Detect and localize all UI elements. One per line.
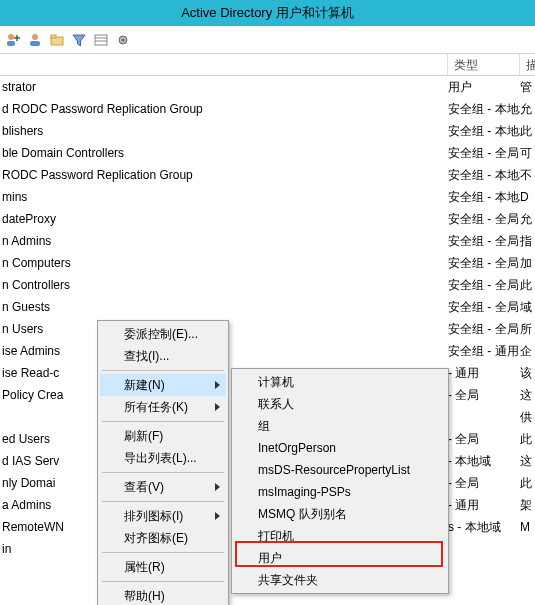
menu-item[interactable]: 新建(N) [100,374,226,396]
menu-item-label: 查看(V) [124,479,164,496]
cell-name: blishers [0,120,448,142]
svg-rect-3 [30,41,40,46]
menu-item[interactable]: 所有任务(K) [100,396,226,418]
cell-desc: 所 [520,318,535,340]
cell-desc: 管 [520,76,535,98]
table-row[interactable]: mins安全组 - 本地域D [0,186,535,208]
table-row[interactable]: dateProxy安全组 - 全局允 [0,208,535,230]
cell-type: - 全局 [448,472,520,494]
cell-type: 安全组 - 本地域 [448,120,520,142]
menu-item[interactable]: 委派控制(E)... [100,323,226,345]
table-row[interactable]: strator用户管 [0,76,535,98]
cell-desc: 该 [520,362,535,384]
toolbar-gear-icon[interactable] [114,31,132,49]
table-row[interactable]: blishers安全组 - 本地域此 [0,120,535,142]
menu-item[interactable]: 查看(V) [100,476,226,498]
menu-item[interactable]: 帮助(H) [100,585,226,605]
cell-desc: 此 [520,472,535,494]
submenu-item[interactable]: msDS-ResourcePropertyList [234,459,446,481]
cell-type [448,406,520,428]
submenu-item[interactable]: InetOrgPerson [234,437,446,459]
submenu-item[interactable]: 组 [234,415,446,437]
cell-desc: 企 [520,340,535,362]
submenu-item[interactable]: 计算机 [234,371,446,393]
menu-item[interactable]: 查找(I)... [100,345,226,367]
submenu-item[interactable]: 共享文件夹 [234,569,446,591]
list-header: 类型 描 [0,54,535,76]
cell-type: 安全组 - 全局 [448,252,520,274]
toolbar-funnel-icon[interactable] [70,31,88,49]
cell-name: ble Domain Controllers [0,142,448,164]
cell-type [448,538,520,560]
cell-name: RODC Password Replication Group [0,164,448,186]
cell-desc: M [520,516,535,538]
table-row[interactable]: ise Admins安全组 - 通用企 [0,340,535,362]
submenu-item-label: InetOrgPerson [258,441,336,455]
cell-type: 安全组 - 本地域 [448,186,520,208]
table-row[interactable]: ble Domain Controllers安全组 - 全局可 [0,142,535,164]
toolbar-list-icon[interactable] [92,31,110,49]
menu-item[interactable]: 对齐图标(E) [100,527,226,549]
table-row[interactable]: n Controllers安全组 - 全局此 [0,274,535,296]
column-header-name[interactable] [0,54,448,75]
menu-item-label: 属性(R) [124,559,165,576]
menu-separator [102,581,224,582]
submenu-item[interactable]: MSMQ 队列别名 [234,503,446,525]
menu-item-label: 排列图标(I) [124,508,183,525]
cell-type: - 通用 [448,362,520,384]
menu-item[interactable]: 刷新(F) [100,425,226,447]
cell-desc: 此 [520,274,535,296]
svg-point-2 [32,34,38,40]
submenu-item-label: 共享文件夹 [258,572,318,589]
cell-desc: 域 [520,296,535,318]
cell-type: 安全组 - 全局 [448,274,520,296]
cell-desc: 这 [520,450,535,472]
submenu-item[interactable]: 联系人 [234,393,446,415]
menu-item-label: 导出列表(L)... [124,450,197,467]
table-row[interactable]: n Guests安全组 - 全局域 [0,296,535,318]
svg-point-0 [8,34,14,40]
cell-name: n Admins [0,230,448,252]
table-row[interactable]: n Admins安全组 - 全局指 [0,230,535,252]
cell-desc: 此 [520,120,535,142]
menu-item[interactable]: 导出列表(L)... [100,447,226,469]
cell-name: n Controllers [0,274,448,296]
toolbar-user-add-icon[interactable] [4,31,22,49]
submenu-item-label: MSMQ 队列别名 [258,506,347,523]
cell-type: 安全组 - 通用 [448,340,520,362]
menu-item[interactable]: 排列图标(I) [100,505,226,527]
svg-rect-6 [95,35,107,45]
menu-item-label: 对齐图标(E) [124,530,188,547]
table-row[interactable]: RODC Password Replication Group安全组 - 本地域… [0,164,535,186]
cell-name: d RODC Password Replication Group [0,98,448,120]
cell-desc: 指 [520,230,535,252]
table-row[interactable]: d RODC Password Replication Group安全组 - 本… [0,98,535,120]
cell-desc: 可 [520,142,535,164]
cell-type: - 全局 [448,428,520,450]
cell-type: 安全组 - 本地域 [448,164,520,186]
menu-item-label: 委派控制(E)... [124,326,198,343]
menu-item-label: 所有任务(K) [124,399,188,416]
column-header-desc[interactable]: 描 [520,54,535,75]
submenu-item-label: 计算机 [258,374,294,391]
table-row[interactable]: n Users安全组 - 全局所 [0,318,535,340]
cell-type: 安全组 - 全局 [448,208,520,230]
cell-desc: 允 [520,98,535,120]
cell-type: s - 本地域 [448,516,520,538]
cell-type: 安全组 - 全局 [448,296,520,318]
toolbar-user-icon[interactable] [26,31,44,49]
submenu-item-label: 用户 [258,550,282,567]
menu-item[interactable]: 属性(R) [100,556,226,578]
submenu-item[interactable]: 用户 [234,547,446,569]
column-header-type[interactable]: 类型 [448,54,520,75]
chevron-right-icon [215,483,220,491]
cell-desc: D [520,186,535,208]
cell-desc: 架 [520,494,535,516]
cell-desc: 这 [520,384,535,406]
toolbar-folder-icon[interactable] [48,31,66,49]
cell-desc: 供 [520,406,535,428]
table-row[interactable]: n Computers安全组 - 全局加 [0,252,535,274]
cell-desc: 此 [520,428,535,450]
submenu-item[interactable]: 打印机 [234,525,446,547]
submenu-item[interactable]: msImaging-PSPs [234,481,446,503]
